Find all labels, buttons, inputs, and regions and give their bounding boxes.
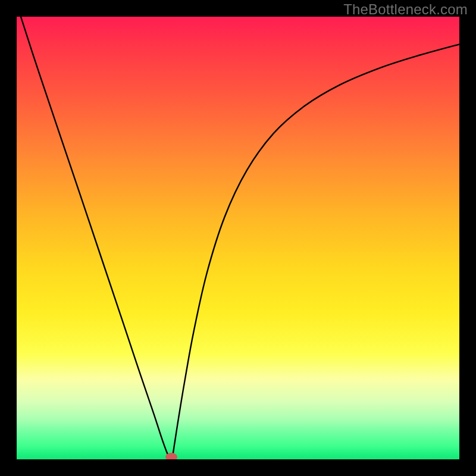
bottleneck-curve-right [171,43,459,459]
bottleneck-curve-left [17,17,171,459]
plot-area [17,17,459,459]
watermark-text: TheBottleneck.com [343,1,468,18]
chart-container: TheBottleneck.com [0,0,476,476]
curve-svg [17,17,459,459]
